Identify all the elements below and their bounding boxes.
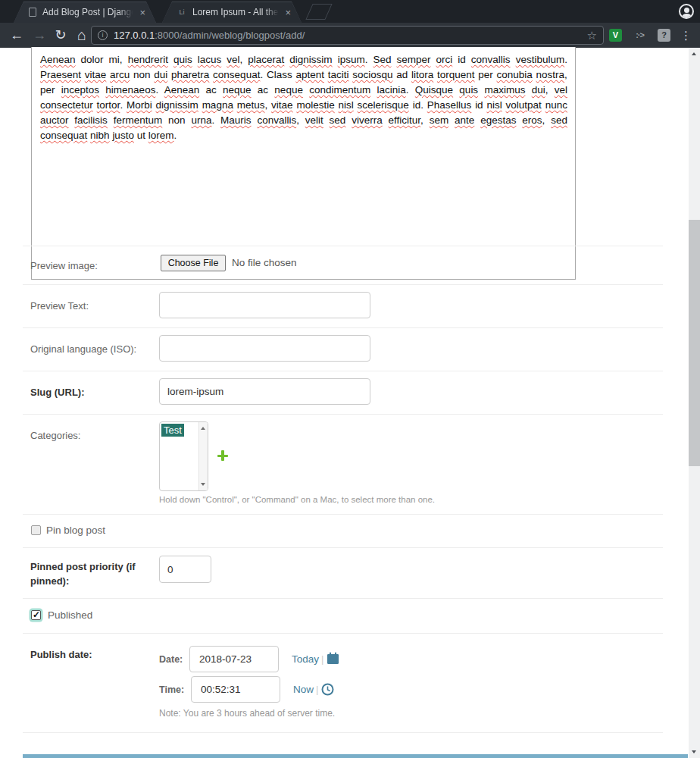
- priority-input[interactable]: [159, 556, 211, 583]
- row-divider: [23, 732, 663, 733]
- published-checkbox[interactable]: [31, 610, 41, 620]
- scrollbar-down-icon[interactable]: [692, 750, 696, 753]
- info-icon[interactable]: i: [98, 30, 108, 40]
- file-status-text: No file chosen: [232, 257, 297, 268]
- row-divider: [23, 514, 663, 515]
- reload-icon[interactable]: ↻: [50, 23, 71, 48]
- post-body-text: Aenean dolor mi, hendrerit quis lacus ve…: [40, 52, 567, 143]
- bookmark-star-icon[interactable]: ☆: [587, 29, 597, 42]
- row-divider: [23, 598, 663, 599]
- clock-icon[interactable]: [321, 683, 334, 696]
- separator: |: [316, 684, 318, 695]
- date-sublabel: Date:: [159, 654, 183, 665]
- extension-v-icon[interactable]: V: [609, 29, 622, 42]
- preview-image-label: Preview image:: [30, 260, 98, 271]
- row-divider: [23, 414, 663, 415]
- preview-text-input[interactable]: [159, 292, 370, 318]
- scrollbar-up-icon[interactable]: [692, 52, 696, 55]
- scrollbar-thumb[interactable]: [689, 220, 700, 466]
- original-language-label: Original language (ISO):: [30, 343, 136, 355]
- new-tab-button[interactable]: [305, 4, 332, 20]
- slug-label: Slug (URL):: [30, 387, 84, 398]
- slug-input[interactable]: [159, 378, 370, 405]
- row-divider: [23, 246, 663, 246]
- tab-title: Add Blog Post | Django si: [42, 7, 135, 17]
- extension-dots-icon[interactable]: :·>: [633, 29, 646, 42]
- row-divider: [23, 284, 663, 285]
- browser-menu-icon[interactable]: ⋮: [680, 27, 692, 43]
- tab-close-icon[interactable]: ×: [285, 8, 291, 17]
- scroll-up-icon[interactable]: [201, 427, 205, 430]
- module-header-bar: [23, 754, 688, 758]
- admin-form: Aenean dolor mi, hendrerit quis lacus ve…: [0, 48, 689, 758]
- original-language-input[interactable]: [159, 335, 370, 362]
- categories-label: Categories:: [30, 430, 80, 441]
- pin-checkbox[interactable]: [31, 525, 41, 535]
- time-input[interactable]: [191, 676, 280, 703]
- browser-toolbar: ← → ↻ ⌂ i 127.0.0.1:8000/admin/weblog/bl…: [0, 23, 700, 48]
- calendar-icon[interactable]: [327, 652, 339, 665]
- time-sublabel: Time:: [159, 684, 184, 695]
- category-option-test[interactable]: Test: [161, 424, 184, 437]
- back-icon[interactable]: ←: [6, 23, 27, 48]
- separator: |: [321, 653, 323, 665]
- home-icon[interactable]: ⌂: [71, 23, 92, 48]
- url-path: :8000/admin/weblog/blogpost/add/: [155, 30, 305, 41]
- now-link[interactable]: Now: [293, 684, 314, 695]
- choose-file-button[interactable]: Choose File: [161, 255, 226, 271]
- profile-avatar-icon[interactable]: [679, 4, 694, 19]
- publish-date-label: Publish date:: [30, 649, 92, 660]
- row-divider: [23, 547, 663, 548]
- extension-help-icon[interactable]: ?: [658, 29, 670, 42]
- published-label[interactable]: Published: [48, 609, 92, 621]
- categories-select[interactable]: Test: [159, 421, 208, 491]
- row-divider: [23, 327, 663, 328]
- page-favicon-icon: [29, 8, 36, 17]
- date-input[interactable]: [189, 646, 279, 672]
- categories-help-text: Hold down "Control", or "Command" on a M…: [159, 495, 435, 504]
- forward-icon[interactable]: →: [29, 23, 50, 48]
- tab-close-icon[interactable]: ×: [139, 8, 145, 17]
- add-category-icon[interactable]: [217, 450, 228, 461]
- select-scrollbar[interactable]: [198, 422, 208, 490]
- tab-title: Lorem Ipsum - All the fac: [192, 7, 280, 17]
- tab-add-blog-post[interactable]: Add Blog Post | Django si ×: [14, 2, 156, 23]
- address-bar[interactable]: i 127.0.0.1:8000/admin/weblog/blogpost/a…: [91, 26, 604, 45]
- tab-strip: Add Blog Post | Django si × Li Lorem Ips…: [0, 0, 700, 23]
- lipsum-favicon-icon: Li: [177, 8, 186, 17]
- row-divider: [23, 371, 663, 371]
- today-link[interactable]: Today: [292, 653, 319, 665]
- row-divider: [23, 633, 663, 634]
- browser-window: Add Blog Post | Django si × Li Lorem Ips…: [0, 0, 700, 758]
- page-scrollbar[interactable]: [689, 48, 700, 758]
- timezone-note: Note: You are 3 hours ahead of server ti…: [159, 708, 335, 719]
- scroll-down-icon[interactable]: [201, 483, 205, 486]
- pin-label[interactable]: Pin blog post: [46, 525, 105, 536]
- url-text[interactable]: 127.0.0.1:8000/admin/weblog/blogpost/add…: [114, 30, 583, 41]
- tab-lorem-ipsum[interactable]: Li Lorem Ipsum - All the fac ×: [162, 2, 302, 23]
- url-domain: 127.0.0.1: [114, 30, 155, 41]
- preview-text-label: Preview Text:: [30, 300, 89, 312]
- priority-label: Pinned post priority (if pinned):: [30, 559, 145, 588]
- post-body-textarea[interactable]: Aenean dolor mi, hendrerit quis lacus ve…: [31, 47, 576, 280]
